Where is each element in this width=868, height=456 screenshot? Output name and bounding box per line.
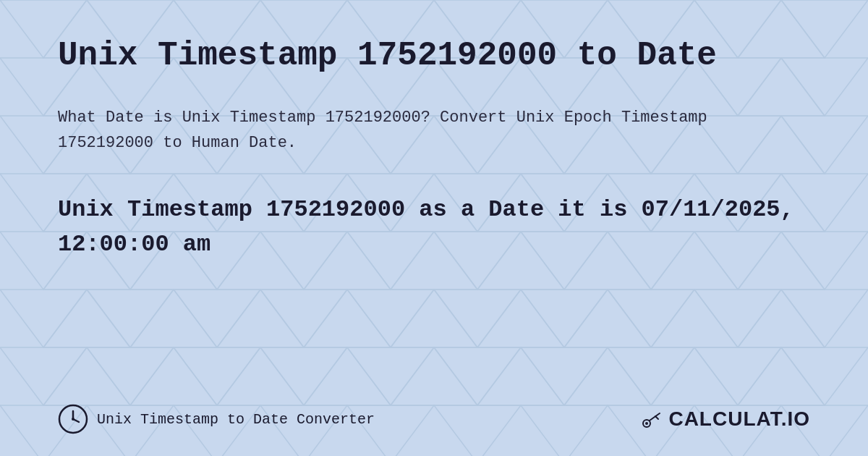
calculat-logo[interactable]: CALCULAT.IO — [639, 408, 810, 431]
svg-point-153 — [645, 422, 648, 425]
logo-icon — [639, 408, 663, 431]
clock-icon — [58, 404, 88, 434]
svg-line-155 — [655, 416, 658, 419]
footer-link-label[interactable]: Unix Timestamp to Date Converter — [97, 411, 375, 428]
page-title: Unix Timestamp 1752192000 to Date — [58, 36, 810, 76]
svg-point-151 — [72, 418, 75, 421]
result-section: Unix Timestamp 1752192000 as a Date it i… — [58, 193, 810, 262]
description-text: What Date is Unix Timestamp 1752192000? … — [58, 105, 709, 156]
footer-left[interactable]: Unix Timestamp to Date Converter — [58, 404, 375, 434]
result-text: Unix Timestamp 1752192000 as a Date it i… — [58, 193, 810, 262]
logo-text: CALCULAT.IO — [668, 408, 810, 431]
footer: Unix Timestamp to Date Converter CALCULA… — [58, 404, 810, 434]
